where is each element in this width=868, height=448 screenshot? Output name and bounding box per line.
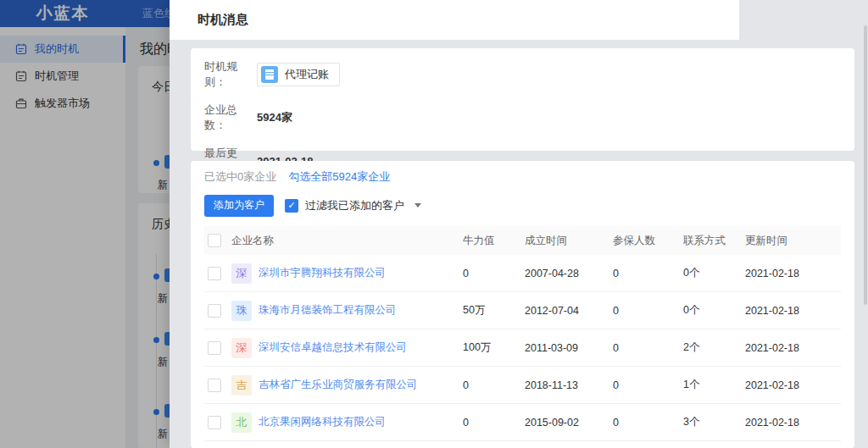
table-body: 深 深圳市宇腾翔科技有限公司 0 2007-04-28 0 0个 2021-02…: [204, 255, 841, 441]
cell-contacts: 0个: [683, 266, 745, 280]
company-avatar: 吉: [231, 375, 252, 395]
total-label: 企业总数：: [204, 102, 257, 133]
company-name-link[interactable]: 深圳安信卓越信息技术有限公司: [259, 340, 407, 355]
table-row[interactable]: 深 深圳市宇腾翔科技有限公司 0 2007-04-28 0 0个 2021-02…: [204, 255, 841, 292]
row-checkbox[interactable]: [208, 379, 221, 392]
row-checkbox[interactable]: [208, 416, 221, 429]
company-name-link[interactable]: 深圳市宇腾翔科技有限公司: [259, 266, 386, 280]
row-checkbox[interactable]: [208, 304, 221, 318]
header-contact-methods: 联系方式: [683, 234, 745, 248]
filter-added-dropdown[interactable]: ✓ 过滤我已添加的客户: [285, 198, 421, 213]
company-name-link[interactable]: 吉林省广生乐业商贸服务有限公司: [259, 378, 418, 392]
cell-niu: 0: [463, 268, 525, 279]
table-header-row: 企业名称 牛力值 成立时间 参保人数 联系方式 更新时间: [204, 226, 841, 255]
selected-count-text: 已选中0家企业: [204, 169, 276, 185]
cell-contacts: 0个: [683, 303, 745, 318]
company-name-link[interactable]: 珠海市月德装饰工程有限公司: [259, 303, 397, 318]
select-all-checkbox[interactable]: [208, 234, 221, 247]
header-niu-value: 牛力值: [463, 234, 525, 248]
cell-updated: 2021-02-18: [745, 417, 841, 429]
select-all-link[interactable]: 勾选全部5924家企业: [288, 169, 390, 185]
table-row[interactable]: 北 北京果闲网络科技有限公司 0 2015-09-02 0 3个 2021-02…: [204, 404, 841, 441]
rule-doc-icon: [261, 66, 278, 83]
opportunity-message-drawer: 时机消息 时机规则： 代理记账 企业总数： 5924家 最后更新： 2021-0…: [170, 0, 868, 448]
rule-info-card: 时机规则： 代理记账 企业总数： 5924家 最后更新： 2021-02-18: [191, 48, 854, 151]
rule-chip[interactable]: 代理记账: [257, 63, 340, 86]
header-updated-date: 更新时间: [745, 234, 841, 248]
cell-niu: 0: [463, 417, 525, 429]
header-insured-count: 参保人数: [613, 234, 683, 248]
table-row[interactable]: 深 深圳安信卓越信息技术有限公司 100万 2011-03-09 0 2个 20…: [204, 329, 841, 367]
company-avatar: 深: [231, 263, 252, 284]
company-table: 企业名称 牛力值 成立时间 参保人数 联系方式 更新时间 深 深圳市宇腾翔科技有…: [204, 226, 841, 441]
cell-founded: 2015-09-02: [525, 417, 613, 429]
cell-contacts: 2个: [683, 340, 745, 355]
header-company-name: 企业名称: [231, 234, 274, 248]
rule-chip-label: 代理记账: [285, 67, 329, 82]
company-avatar: 珠: [231, 301, 252, 321]
table-row[interactable]: 珠 珠海市月德装饰工程有限公司 50万 2012-07-04 0 0个 2021…: [204, 292, 841, 329]
add-as-customer-button[interactable]: 添加为客户: [204, 195, 274, 217]
cell-updated: 2021-02-18: [745, 379, 841, 391]
drawer-header: 时机消息: [170, 0, 739, 40]
row-checkbox[interactable]: [208, 267, 221, 280]
cell-insured: 0: [613, 305, 683, 317]
cell-niu: 100万: [463, 340, 525, 355]
cell-niu: 0: [463, 379, 525, 391]
company-table-card: 已选中0家企业 勾选全部5924家企业 添加为客户 ✓ 过滤我已添加的客户 企业…: [191, 161, 854, 448]
cell-contacts: 1个: [683, 378, 745, 392]
filter-checkbox[interactable]: ✓: [285, 199, 298, 213]
cell-founded: 2012-07-04: [525, 305, 613, 317]
cell-updated: 2021-02-18: [745, 305, 841, 317]
rule-label: 时机规则：: [204, 59, 257, 90]
cell-niu: 50万: [463, 303, 525, 318]
cell-founded: 2007-04-28: [525, 268, 613, 279]
chevron-down-icon: [415, 203, 421, 207]
drawer-title: 时机消息: [198, 12, 248, 28]
check-icon: ✓: [287, 201, 295, 210]
company-avatar: 深: [231, 338, 252, 358]
cell-founded: 2018-11-13: [525, 379, 613, 391]
filter-label: 过滤我已添加的客户: [305, 198, 404, 213]
cell-contacts: 3个: [683, 415, 745, 429]
row-checkbox[interactable]: [208, 341, 221, 355]
app-window: 小蓝本 蓝色线索 我的时机 时机管理 触发器市场 我的时 今日: [0, 0, 868, 448]
cell-insured: 0: [613, 379, 683, 391]
cell-updated: 2021-02-18: [745, 268, 841, 279]
cell-updated: 2021-02-18: [745, 342, 841, 354]
company-avatar: 北: [231, 412, 252, 433]
cell-insured: 0: [613, 417, 683, 429]
scrollbar-thumb[interactable]: [864, 25, 867, 305]
table-row[interactable]: 吉 吉林省广生乐业商贸服务有限公司 0 2018-11-13 0 1个 2021…: [204, 367, 841, 404]
cell-founded: 2011-03-09: [525, 342, 613, 354]
company-name-link[interactable]: 北京果闲网络科技有限公司: [259, 415, 386, 429]
cell-insured: 0: [613, 268, 683, 279]
cell-insured: 0: [613, 342, 683, 354]
total-value: 5924家: [257, 110, 292, 125]
header-founded-date: 成立时间: [525, 234, 613, 248]
